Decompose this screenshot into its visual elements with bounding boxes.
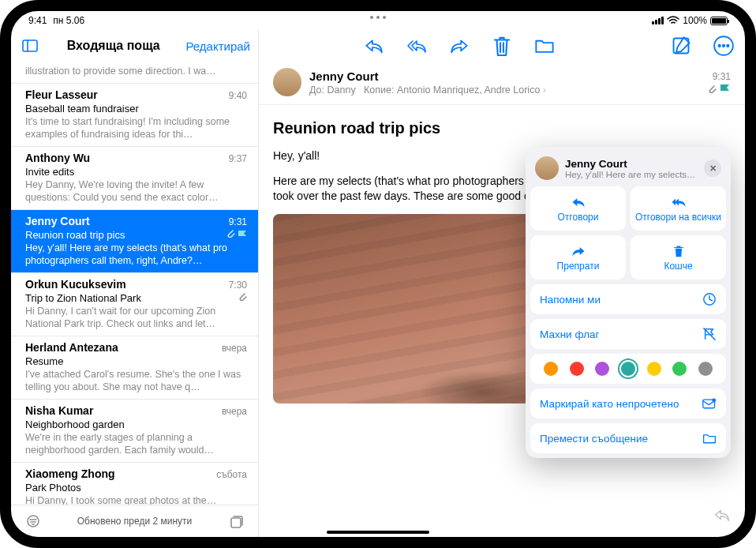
message-list[interactable]: illustration to provide some direction. … — [11, 60, 258, 505]
reply-icon[interactable] — [364, 36, 384, 56]
inbox-title: Входяща поща — [47, 39, 180, 53]
quick-reply-icon[interactable] — [713, 507, 731, 526]
reply-button[interactable]: Отговори — [530, 186, 626, 231]
reply-all-icon[interactable] — [406, 36, 427, 56]
flag-color-dot[interactable] — [595, 362, 609, 376]
sidebar-status: Обновено преди 2 минути — [77, 516, 192, 527]
avatar — [273, 68, 301, 96]
unflag-button[interactable]: Махни флаг — [530, 319, 726, 349]
flag-colors — [530, 354, 726, 384]
forward-button[interactable]: Препрати — [530, 235, 626, 280]
signal-icon — [652, 17, 664, 24]
flag-color-dot[interactable] — [621, 362, 635, 376]
svg-point-10 — [723, 45, 724, 47]
message-time: 9:31 — [707, 71, 731, 82]
mark-unread-button[interactable]: Маркирай като непрочетено — [530, 388, 726, 419]
edit-button[interactable]: Редактирай — [186, 39, 251, 53]
list-item[interactable]: illustration to provide some direction. … — [11, 60, 258, 84]
svg-point-14 — [712, 398, 716, 402]
filter-icon[interactable] — [22, 510, 44, 532]
message-recipients[interactable]: До: Danny Копие: Antonio Manriquez, Andr… — [309, 84, 546, 96]
status-date: пн 5.06 — [53, 15, 84, 26]
popover-avatar — [535, 156, 559, 180]
battery-percent: 100% — [683, 15, 707, 26]
actions-popover: Jenny Court Hey, y'all! Here are my sele… — [526, 147, 731, 458]
toolbar — [259, 30, 745, 62]
move-message-button[interactable]: Премести съобщение — [530, 423, 726, 453]
svg-point-11 — [727, 45, 728, 47]
flag-color-dot[interactable] — [544, 362, 558, 376]
flag-icon — [720, 84, 731, 93]
flag-color-dot[interactable] — [647, 362, 661, 376]
list-item[interactable]: Nisha KumarвчераNeighborhood gardenWe're… — [11, 400, 258, 463]
forward-icon[interactable] — [449, 36, 470, 56]
reply-all-button[interactable]: Отговори на всички — [631, 186, 726, 231]
list-item[interactable]: Herland AntezanaвчераResumeI've attached… — [11, 336, 258, 400]
inbox-sidebar: Входяща поща Редактирай illustration to … — [11, 30, 259, 537]
list-item[interactable]: Orkun Kucuksevim7:30Trip to Zion Nationa… — [11, 273, 258, 336]
list-item[interactable]: Fleur Lasseur9:40Baseball team fundraise… — [11, 84, 258, 147]
close-icon[interactable]: ✕ — [704, 160, 721, 177]
wifi-icon — [667, 16, 679, 25]
attachment-icon — [707, 84, 717, 93]
message-pane: Jenny Court До: Danny Копие: Antonio Man… — [259, 30, 745, 537]
list-item[interactable]: Anthony Wu9:37Invite editsHey Danny, We'… — [11, 147, 258, 210]
list-item[interactable]: Xiaomeng ZhongсъботаPark PhotosHi Danny,… — [11, 463, 258, 505]
remind-me-button[interactable]: Напомни ми — [530, 284, 726, 314]
battery-icon — [710, 17, 728, 25]
svg-point-9 — [719, 45, 720, 47]
compose-stack-icon[interactable] — [225, 510, 247, 532]
trash-button[interactable]: Кошче — [631, 235, 726, 280]
list-item[interactable]: Jenny Court9:31Reunion road trip picsHey… — [11, 210, 258, 273]
folder-icon[interactable] — [534, 36, 555, 56]
message-sender: Jenny Court — [309, 69, 546, 83]
flag-color-dot[interactable] — [672, 362, 687, 376]
sidebar-toggle-icon[interactable] — [19, 35, 41, 57]
more-icon[interactable] — [713, 36, 734, 56]
multitask-dots[interactable] — [370, 16, 386, 19]
popover-preview: Hey, y'all! Here are my selects (that's… — [565, 170, 698, 179]
home-indicator[interactable] — [327, 531, 429, 534]
compose-icon[interactable] — [671, 36, 691, 56]
svg-point-2 — [28, 516, 39, 527]
status-time: 9:41 — [28, 15, 47, 26]
message-subject: Reunion road trip pics — [273, 119, 731, 137]
svg-rect-6 — [231, 518, 241, 527]
trash-icon[interactable] — [492, 36, 512, 56]
flag-color-dot[interactable] — [570, 362, 584, 376]
message-header: Jenny Court До: Danny Копие: Antonio Man… — [259, 62, 745, 105]
svg-rect-0 — [23, 40, 37, 51]
status-bar: 9:41 пн 5.06 100% — [11, 11, 745, 30]
popover-sender: Jenny Court — [565, 158, 698, 170]
flag-color-dot[interactable] — [698, 362, 713, 376]
